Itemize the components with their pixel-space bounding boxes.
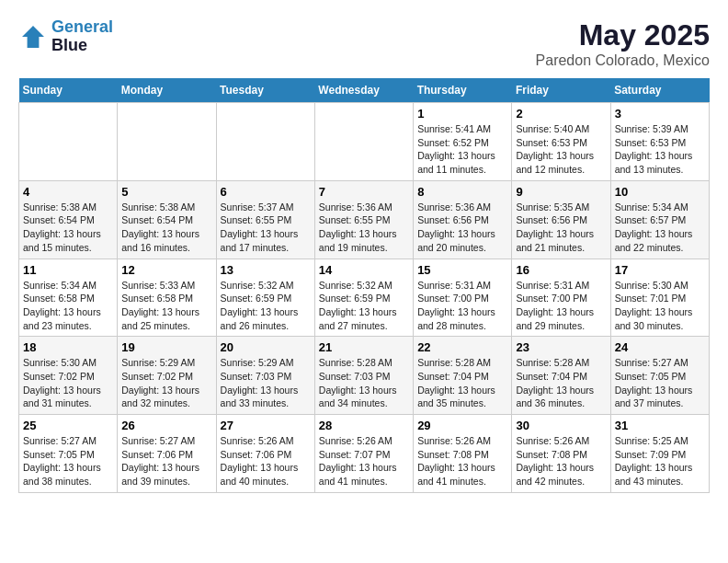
- cell-text: and 12 minutes.: [516, 163, 606, 177]
- weekday-header-saturday: Saturday: [610, 78, 709, 103]
- cell-text: Sunrise: 5:30 AM: [615, 279, 705, 293]
- cell-text: and 41 minutes.: [319, 475, 409, 488]
- cell-text: Sunset: 6:53 PM: [516, 136, 606, 150]
- cell-text: Daylight: 13 hours: [221, 384, 311, 397]
- cell-text: and 19 minutes.: [319, 241, 409, 255]
- cell-text: Sunrise: 5:40 AM: [516, 122, 606, 136]
- cell-text: Sunset: 7:04 PM: [516, 370, 606, 384]
- logo-text: General Blue: [51, 18, 113, 55]
- cell-text: Sunset: 6:55 PM: [221, 213, 311, 227]
- cell-text: Daylight: 13 hours: [516, 227, 606, 241]
- cell-text: Sunset: 6:54 PM: [121, 213, 211, 227]
- cell-text: Sunset: 6:59 PM: [319, 292, 409, 305]
- cell-text: and 22 minutes.: [615, 241, 705, 255]
- cell-text: Daylight: 13 hours: [221, 227, 311, 241]
- cell-text: Daylight: 13 hours: [121, 384, 211, 397]
- calendar-cell: 16Sunrise: 5:31 AMSunset: 7:00 PMDayligh…: [512, 259, 610, 337]
- cell-text: Daylight: 13 hours: [23, 227, 113, 241]
- cell-text: Sunrise: 5:32 AM: [319, 279, 409, 293]
- calendar-cell: 6Sunrise: 5:37 AMSunset: 6:55 PMDaylight…: [216, 180, 314, 259]
- cell-text: Sunrise: 5:41 AM: [417, 122, 507, 136]
- day-number: 6: [221, 185, 311, 199]
- day-number: 23: [516, 340, 606, 354]
- day-number: 28: [319, 419, 409, 432]
- cell-text: Daylight: 13 hours: [417, 461, 507, 475]
- cell-text: and 15 minutes.: [23, 241, 113, 255]
- cell-text: Daylight: 13 hours: [23, 384, 113, 397]
- day-number: 7: [319, 185, 409, 199]
- day-number: 20: [221, 340, 311, 354]
- svg-marker-0: [22, 26, 44, 48]
- cell-text: Daylight: 13 hours: [615, 384, 705, 397]
- cell-text: Sunset: 7:06 PM: [121, 448, 211, 462]
- cell-text: and 41 minutes.: [417, 475, 507, 488]
- cell-text: Daylight: 13 hours: [615, 461, 705, 475]
- calendar-cell: 4Sunrise: 5:38 AMSunset: 6:54 PMDaylight…: [19, 180, 118, 259]
- calendar-cell: 14Sunrise: 5:32 AMSunset: 6:59 PMDayligh…: [314, 259, 413, 337]
- day-number: 30: [516, 419, 606, 432]
- cell-text: Sunset: 7:00 PM: [516, 292, 606, 305]
- cell-text: Sunset: 7:00 PM: [417, 292, 507, 305]
- cell-text: Daylight: 13 hours: [516, 384, 606, 397]
- cell-text: Sunset: 7:02 PM: [23, 370, 113, 384]
- cell-text: Daylight: 13 hours: [615, 227, 705, 241]
- cell-text: Sunset: 7:05 PM: [23, 448, 113, 462]
- cell-text: Sunrise: 5:26 AM: [221, 434, 311, 448]
- cell-text: Sunrise: 5:29 AM: [121, 356, 211, 370]
- cell-text: Sunrise: 5:25 AM: [615, 434, 705, 448]
- logo-icon: [18, 22, 48, 52]
- cell-text: Sunrise: 5:36 AM: [417, 201, 507, 214]
- cell-text: Sunrise: 5:26 AM: [516, 434, 606, 448]
- cell-text: Sunrise: 5:34 AM: [23, 279, 113, 293]
- calendar-cell: 15Sunrise: 5:31 AMSunset: 7:00 PMDayligh…: [414, 259, 512, 337]
- cell-text: Sunset: 6:53 PM: [615, 136, 705, 150]
- logo: General Blue: [18, 18, 113, 55]
- cell-text: Daylight: 13 hours: [221, 461, 311, 475]
- cell-text: Daylight: 13 hours: [615, 305, 705, 319]
- cell-text: and 27 minutes.: [319, 319, 409, 333]
- calendar-table: SundayMondayTuesdayWednesdayThursdayFrid…: [18, 78, 710, 493]
- day-number: 12: [121, 263, 211, 277]
- cell-text: Sunset: 6:54 PM: [23, 213, 113, 227]
- cell-text: Sunrise: 5:32 AM: [221, 279, 311, 293]
- day-number: 27: [221, 419, 311, 432]
- weekday-header-friday: Friday: [512, 78, 610, 103]
- cell-text: Sunrise: 5:27 AM: [121, 434, 211, 448]
- day-number: 31: [615, 419, 705, 432]
- day-number: 14: [319, 263, 409, 277]
- calendar-cell: 1Sunrise: 5:41 AMSunset: 6:52 PMDaylight…: [414, 103, 512, 181]
- day-number: 17: [615, 263, 705, 277]
- cell-text: Sunrise: 5:36 AM: [319, 201, 409, 214]
- cell-text: Sunrise: 5:29 AM: [221, 356, 311, 370]
- day-number: 18: [23, 340, 113, 354]
- cell-text: and 16 minutes.: [121, 241, 211, 255]
- calendar-cell: 3Sunrise: 5:39 AMSunset: 6:53 PMDaylight…: [610, 103, 709, 181]
- day-number: 19: [121, 340, 211, 354]
- cell-text: Sunrise: 5:28 AM: [417, 356, 507, 370]
- cell-text: Sunset: 7:03 PM: [319, 370, 409, 384]
- cell-text: Sunrise: 5:30 AM: [23, 356, 113, 370]
- cell-text: Sunset: 6:55 PM: [319, 213, 409, 227]
- cell-text: Sunrise: 5:28 AM: [319, 356, 409, 370]
- cell-text: and 20 minutes.: [417, 241, 507, 255]
- cell-text: and 28 minutes.: [417, 319, 507, 333]
- day-number: 15: [417, 263, 507, 277]
- calendar-cell: 2Sunrise: 5:40 AMSunset: 6:53 PMDaylight…: [512, 103, 610, 181]
- cell-text: Sunrise: 5:28 AM: [516, 356, 606, 370]
- main-title: May 2025: [536, 18, 710, 52]
- day-number: 11: [23, 263, 113, 277]
- cell-text: and 26 minutes.: [221, 319, 311, 333]
- cell-text: and 37 minutes.: [615, 396, 705, 410]
- cell-text: Daylight: 13 hours: [417, 384, 507, 397]
- cell-text: and 31 minutes.: [23, 396, 113, 410]
- calendar-cell: [19, 103, 118, 181]
- day-number: 4: [23, 185, 113, 199]
- cell-text: Sunset: 6:59 PM: [221, 292, 311, 305]
- day-number: 1: [417, 107, 507, 121]
- calendar-cell: 23Sunrise: 5:28 AMSunset: 7:04 PMDayligh…: [512, 337, 610, 415]
- calendar-cell: 19Sunrise: 5:29 AMSunset: 7:02 PMDayligh…: [118, 337, 216, 415]
- weekday-header-wednesday: Wednesday: [314, 78, 413, 103]
- cell-text: Sunrise: 5:35 AM: [516, 201, 606, 214]
- cell-text: and 40 minutes.: [221, 475, 311, 488]
- cell-text: and 43 minutes.: [615, 475, 705, 488]
